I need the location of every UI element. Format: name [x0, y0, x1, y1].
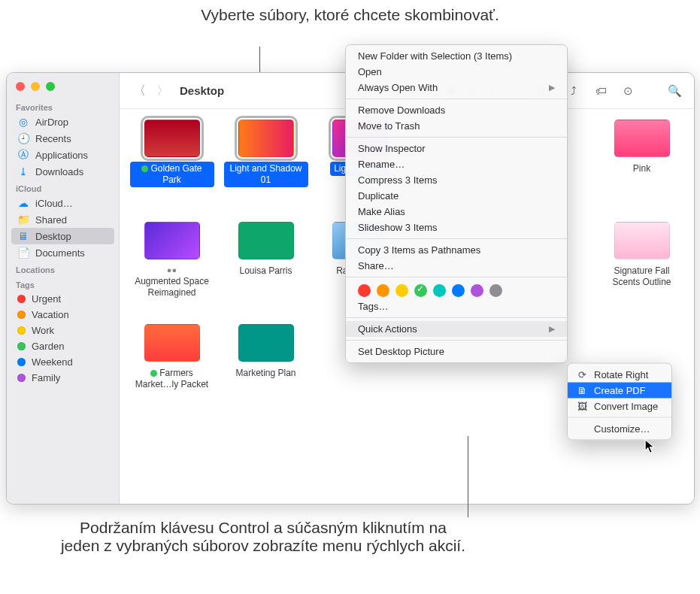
context-menu-item[interactable]: Always Open With▶	[346, 80, 567, 95]
file-sublabel: ●●	[167, 265, 177, 274]
sidebar-item-label: Vacation	[32, 309, 69, 320]
sidebar-item-applications[interactable]: ⒶApplications	[7, 147, 119, 163]
more-button[interactable]: ⊙	[617, 82, 638, 100]
minimize-button[interactable]	[31, 82, 40, 91]
tags-button[interactable]: 🏷	[590, 82, 611, 100]
context-menu-item[interactable]: Quick Actions▶	[346, 321, 567, 337]
file-item[interactable]: Louisa Parris	[221, 222, 311, 318]
sidebar-item-label: Documents	[35, 247, 85, 259]
context-menu-label: Remove Downloads	[358, 105, 445, 116]
context-menu-label: New Folder with Selection (3 Items)	[358, 50, 512, 62]
context-menu-item[interactable]: Rename…	[346, 156, 567, 172]
sidebar-item-label: Weekend	[32, 356, 73, 368]
file-item[interactable]: Light and Shadow 01	[221, 120, 311, 216]
context-menu-item[interactable]: Move to Trash	[346, 118, 567, 134]
tag-color-swatch[interactable]	[358, 284, 371, 297]
context-menu-label: Always Open With	[358, 82, 438, 93]
sidebar-tag-family[interactable]: Family	[7, 370, 119, 386]
sidebar-item-shared[interactable]: 📁Shared	[7, 211, 119, 228]
sidebar-tag-urgent[interactable]: Urgent	[7, 291, 119, 307]
tag-color-swatch[interactable]	[433, 284, 446, 297]
context-menu-item[interactable]: Copy 3 Items as Pathnames	[346, 242, 567, 258]
forward-button[interactable]: 〉	[156, 82, 169, 99]
zoom-button[interactable]	[46, 82, 55, 91]
tag-dot-icon	[17, 311, 26, 319]
sidebar-item-label: Recents	[35, 133, 71, 144]
file-item[interactable]: Signature Fall Scents Outline	[597, 222, 686, 318]
file-label: Marketing Plan	[232, 366, 299, 380]
tag-color-swatch[interactable]	[489, 284, 502, 297]
context-menu: New Folder with Selection (3 Items)OpenA…	[345, 44, 568, 363]
context-menu-item[interactable]: Duplicate	[346, 188, 567, 204]
action-icon: 🗎	[577, 385, 588, 396]
file-item[interactable]: Pink	[597, 120, 686, 216]
sidebar-item-label: Desktop	[35, 231, 71, 242]
callout-line	[468, 436, 468, 517]
tag-color-swatch[interactable]	[414, 284, 427, 297]
tag-color-row	[346, 280, 567, 299]
sidebar-item-label: Applications	[35, 150, 88, 161]
sidebar-tag-garden[interactable]: Garden	[7, 338, 119, 354]
context-menu-item[interactable]: Open	[346, 64, 567, 80]
context-menu-item[interactable]: New Folder with Selection (3 Items)	[346, 48, 567, 64]
file-thumbnail	[238, 222, 294, 259]
sidebar-item-label: Shared	[35, 214, 67, 226]
context-menu-label: Duplicate	[358, 190, 398, 202]
context-menu-item[interactable]: Tags…	[346, 299, 567, 314]
tag-dot-icon	[141, 165, 148, 172]
sidebar-tag-vacation[interactable]: Vacation	[7, 307, 119, 323]
sidebar-header-tags: Tags	[7, 276, 119, 291]
file-label: Signature Fall Scents Outline	[600, 264, 684, 289]
submenu-item[interactable]: ⟳Rotate Right	[568, 367, 671, 383]
tag-dot-icon	[17, 374, 26, 382]
sidebar-item-downloads[interactable]: ⤓Downloads	[7, 163, 119, 180]
sidebar-item-icloud-drive[interactable]: ☁iCloud…	[7, 195, 119, 211]
action-icon: 🖼	[577, 401, 588, 412]
sidebar-item-desktop[interactable]: 🖥Desktop	[11, 228, 114, 244]
search-button[interactable]: 🔍	[664, 82, 685, 100]
context-menu-label: Set Desktop Picture	[358, 346, 444, 357]
file-thumbnail	[614, 222, 670, 259]
file-item[interactable]: Golden Gate Park	[127, 120, 217, 216]
file-thumbnail	[144, 324, 200, 362]
tag-color-swatch[interactable]	[395, 284, 408, 297]
sidebar-tag-weekend[interactable]: Weekend	[7, 354, 119, 370]
back-button[interactable]: 〈	[133, 82, 146, 99]
sidebar-header-locations: Locations	[7, 261, 119, 276]
callout-bottom: Podržaním klávesu Control a súčasným kli…	[60, 519, 466, 555]
close-button[interactable]	[16, 82, 25, 91]
sidebar-item-label: Downloads	[35, 166, 83, 177]
file-item[interactable]: Farmers Market…ly Packet	[127, 324, 217, 420]
sidebar-item-airdrop[interactable]: ◎AirDrop	[7, 114, 119, 130]
tag-color-swatch[interactable]	[452, 284, 465, 297]
cloud-icon: ☁	[17, 197, 29, 209]
sidebar-item-label: AirDrop	[35, 117, 68, 128]
sidebar-item-documents[interactable]: 📄Documents	[7, 244, 119, 261]
context-menu-label: Copy 3 Items as Pathnames	[358, 244, 480, 256]
submenu-item-customize[interactable]: Customize…	[568, 421, 671, 437]
submenu-label: Create PDF	[594, 385, 646, 396]
file-label: Light and Shadow 01	[224, 162, 308, 187]
context-menu-item[interactable]: Make Alias	[346, 204, 567, 220]
context-menu-item[interactable]: Compress 3 Items	[346, 172, 567, 188]
context-menu-label: Quick Actions	[358, 323, 417, 335]
file-item[interactable]: Marketing Plan	[221, 324, 311, 420]
sidebar-item-recents[interactable]: 🕘Recents	[7, 130, 119, 147]
file-item[interactable]: ●●Augmented Space Reimagined	[127, 222, 217, 318]
submenu-item[interactable]: 🖼Convert Image	[568, 399, 671, 414]
airdrop-icon: ◎	[17, 116, 29, 128]
sidebar-tag-work[interactable]: Work	[7, 323, 119, 338]
context-menu-item[interactable]: Share…	[346, 258, 567, 274]
tag-color-swatch[interactable]	[377, 284, 389, 297]
submenu-item[interactable]: 🗎Create PDF	[568, 383, 671, 399]
file-thumbnail	[238, 120, 294, 157]
sidebar-item-label: iCloud…	[35, 198, 73, 209]
context-menu-item[interactable]: Set Desktop Picture	[346, 344, 567, 359]
window-controls	[7, 79, 119, 98]
tag-color-swatch[interactable]	[471, 284, 483, 297]
file-thumbnail	[238, 324, 294, 362]
context-menu-item[interactable]: Remove Downloads	[346, 102, 567, 118]
context-menu-item[interactable]: Show Inspector	[346, 141, 567, 156]
file-label: Augmented Space Reimagined	[130, 274, 214, 300]
context-menu-item[interactable]: Slideshow 3 Items	[346, 220, 567, 235]
